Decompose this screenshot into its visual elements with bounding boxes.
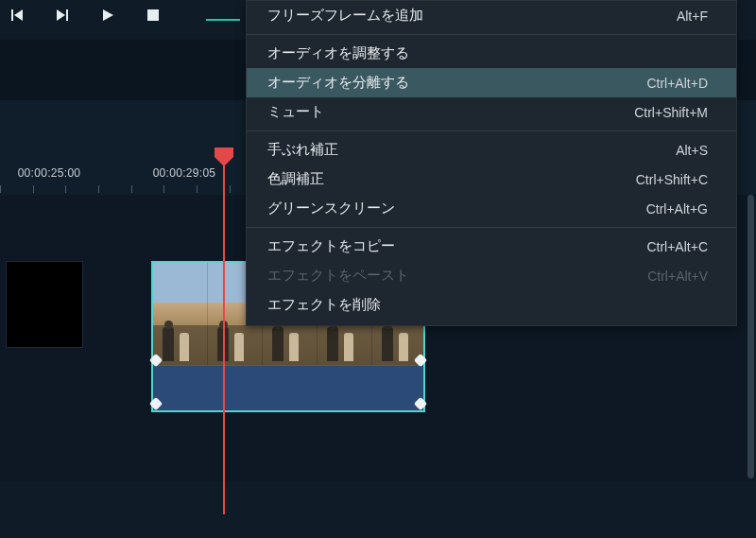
ruler-tick: 00:00:29:05 xyxy=(153,166,216,180)
ruler-timecode: 00:00:29:05 xyxy=(153,166,216,180)
menu-item-label: エフェクトを削除 xyxy=(267,296,381,314)
menu-item-shortcut: Ctrl+Alt+C xyxy=(646,239,708,254)
menu-item-label: オーディオを分離する xyxy=(267,74,409,92)
menu-item-adjust-audio[interactable]: オーディオを調整する xyxy=(247,39,736,68)
stop-button[interactable] xyxy=(144,6,163,25)
context-menu: フリーズフレームを追加 Alt+F オーディオを調整する オーディオを分離する … xyxy=(246,0,737,326)
menu-item-green-screen[interactable]: グリーンスクリーン Ctrl+Alt+G xyxy=(247,194,736,223)
svg-rect-2 xyxy=(66,9,68,21)
menu-item-shortcut: Ctrl+Alt+V xyxy=(647,269,708,284)
toolbar-marker-accent xyxy=(206,19,240,21)
menu-item-paste-effects: エフェクトをペースト Ctrl+Alt+V xyxy=(247,261,736,290)
transport-toolbar xyxy=(8,6,163,25)
clip-audio-track[interactable] xyxy=(153,365,423,410)
svg-marker-3 xyxy=(57,9,65,21)
svg-marker-1 xyxy=(14,9,23,21)
svg-marker-4 xyxy=(103,9,113,21)
clip-black-video[interactable] xyxy=(6,261,83,348)
prev-frame-icon xyxy=(9,8,25,23)
menu-item-label: 手ぶれ補正 xyxy=(267,141,338,159)
menu-item-shortcut: Alt+S xyxy=(676,143,708,158)
ruler-timecode: 00:00:25:00 xyxy=(18,166,81,180)
next-frame-icon xyxy=(55,8,70,23)
ruler-tick: 00:00:25:00 xyxy=(18,166,81,180)
playhead-icon xyxy=(213,148,235,166)
menu-separator xyxy=(247,130,736,131)
menu-item-label: グリーンスクリーン xyxy=(267,200,395,217)
menu-item-shortcut: Ctrl+Alt+D xyxy=(646,76,708,91)
menu-item-mute[interactable]: ミュート Ctrl+Shift+M xyxy=(247,97,736,127)
menu-item-stabilize[interactable]: 手ぶれ補正 Alt+S xyxy=(247,135,736,165)
menu-item-color-correct[interactable]: 色調補正 Ctrl+Shift+C xyxy=(247,165,736,194)
menu-item-shortcut: Ctrl+Shift+M xyxy=(634,105,708,120)
menu-item-shortcut: Ctrl+Shift+C xyxy=(636,172,708,187)
play-icon xyxy=(100,8,115,23)
menu-item-label: 色調補正 xyxy=(267,170,324,188)
vertical-scrollbar[interactable] xyxy=(747,195,754,478)
footer-band xyxy=(0,481,756,538)
menu-item-detach-audio[interactable]: オーディオを分離する Ctrl+Alt+D xyxy=(247,68,736,97)
menu-item-label: フリーズフレームを追加 xyxy=(267,7,423,25)
prev-frame-button[interactable] xyxy=(8,6,26,25)
playhead-handle[interactable] xyxy=(213,148,235,166)
menu-item-shortcut: Ctrl+Alt+G xyxy=(646,201,708,217)
playhead-line xyxy=(223,165,225,514)
menu-item-label: オーディオを調整する xyxy=(267,44,409,62)
menu-item-freeze-frame[interactable]: フリーズフレームを追加 Alt+F xyxy=(247,1,736,30)
menu-item-label: エフェクトをペースト xyxy=(267,267,409,285)
menu-item-copy-effects[interactable]: エフェクトをコピー Ctrl+Alt+C xyxy=(247,232,736,261)
menu-item-label: ミュート xyxy=(267,103,324,121)
menu-item-label: エフェクトをコピー xyxy=(267,237,395,255)
next-frame-button[interactable] xyxy=(53,6,72,25)
menu-item-delete-effects[interactable]: エフェクトを削除 xyxy=(247,290,736,320)
svg-rect-5 xyxy=(147,9,159,21)
menu-item-shortcut: Alt+F xyxy=(677,9,708,24)
menu-separator xyxy=(247,227,736,228)
menu-separator xyxy=(247,34,736,35)
play-button[interactable] xyxy=(98,6,117,25)
svg-rect-0 xyxy=(11,9,13,21)
stop-icon xyxy=(146,9,160,22)
